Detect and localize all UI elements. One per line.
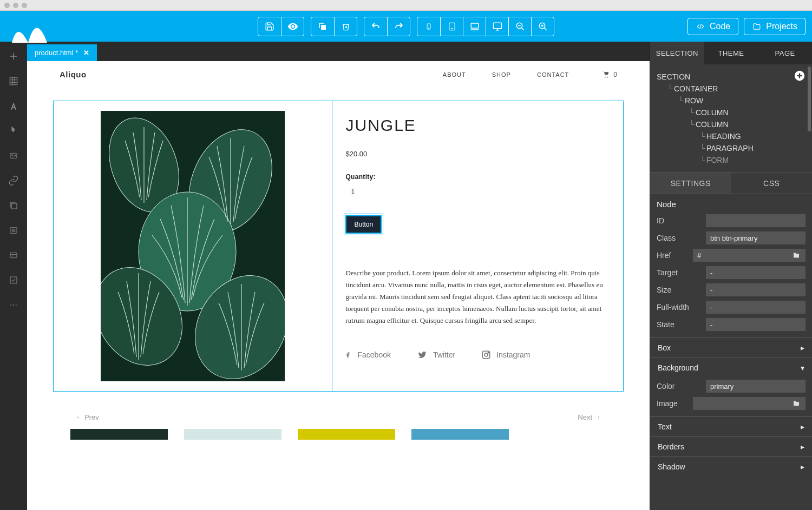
top-toolbar: Code Projects: [0, 11, 812, 42]
fullwidth-input[interactable]: [706, 301, 806, 314]
product-title[interactable]: JUNGLE: [345, 116, 610, 135]
nav-about[interactable]: ABOUT: [443, 71, 466, 78]
element-tree: SECTION └CONTAINER └ROW └COLUMN └COLUMN …: [650, 64, 812, 173]
share-instagram[interactable]: Instagram: [481, 349, 530, 360]
tree-paragraph[interactable]: └PARAGRAPH: [657, 142, 806, 154]
canvas[interactable]: Aliquo ABOUT SHOP CONTACT 0: [27, 61, 650, 510]
card-icon[interactable]: [8, 249, 19, 261]
redo-button[interactable]: [387, 17, 410, 36]
thumbnail[interactable]: [70, 429, 168, 440]
projects-button[interactable]: Projects: [744, 18, 806, 35]
accordion-shadow[interactable]: Shadow▸: [650, 456, 812, 476]
save-button[interactable]: [258, 17, 281, 36]
class-input[interactable]: [706, 231, 806, 244]
size-input[interactable]: [706, 283, 806, 296]
bg-image-browse-icon[interactable]: [793, 400, 806, 407]
close-dot[interactable]: [4, 3, 10, 8]
bg-color-input[interactable]: [706, 380, 806, 393]
tree-container[interactable]: └CONTAINER: [657, 83, 806, 95]
target-input[interactable]: [706, 266, 806, 279]
nav-contact[interactable]: CONTACT: [537, 71, 569, 78]
accordion-borders[interactable]: Borders▸: [650, 436, 812, 456]
tab-close-icon[interactable]: ✕: [83, 49, 89, 57]
tab-selection[interactable]: SELECTION: [650, 42, 704, 64]
tree-column[interactable]: └COLUMN: [657, 107, 806, 118]
thumbnail[interactable]: [411, 429, 509, 440]
duplicate-button[interactable]: [311, 17, 334, 36]
svg-point-36: [10, 304, 11, 306]
href-browse-icon[interactable]: [793, 252, 806, 259]
svg-point-40: [607, 76, 608, 77]
nav-shop[interactable]: SHOP: [492, 71, 511, 78]
cart[interactable]: 0: [601, 71, 617, 78]
tree-form[interactable]: └FORM: [657, 154, 806, 166]
tab-css[interactable]: CSS: [731, 173, 813, 194]
href-input[interactable]: [693, 249, 793, 262]
tab-page[interactable]: PAGE: [758, 42, 812, 64]
checkbox-icon[interactable]: [8, 274, 19, 286]
more-icon[interactable]: [8, 299, 19, 311]
fullwidth-label: Full-width: [657, 303, 706, 312]
tree-column[interactable]: └COLUMN: [657, 118, 806, 130]
facebook-icon: [345, 349, 352, 360]
svg-line-11: [521, 28, 524, 30]
preview-button[interactable]: [281, 17, 304, 36]
prev-button[interactable]: Prev: [76, 413, 99, 421]
site-brand[interactable]: Aliquo: [60, 70, 87, 79]
id-input[interactable]: [706, 214, 806, 227]
thumbnail[interactable]: [298, 429, 395, 440]
undo-button[interactable]: [364, 17, 387, 36]
viewport-laptop-button[interactable]: [463, 17, 486, 36]
svg-point-4: [451, 28, 452, 29]
tab-settings[interactable]: SETTINGS: [650, 173, 731, 194]
file-tab[interactable]: product.html * ✕: [27, 44, 97, 61]
quantity-value[interactable]: 1: [345, 188, 610, 196]
add-node-button[interactable]: [794, 70, 806, 82]
list-icon[interactable]: [8, 224, 19, 236]
app-logo: [6, 11, 61, 42]
text-icon[interactable]: [8, 100, 19, 112]
selected-section[interactable]: JUNGLE $20.00 Quantity: 1 Button Describ…: [53, 101, 624, 392]
link-icon[interactable]: [8, 175, 19, 187]
tree-row[interactable]: └ROW: [657, 95, 806, 107]
product-description[interactable]: Describe your product. Lorem ipsum dolor…: [345, 267, 610, 327]
accordion-background[interactable]: Background▾: [650, 357, 812, 377]
code-button[interactable]: Code: [687, 18, 738, 35]
minimize-dot[interactable]: [13, 3, 18, 8]
next-button[interactable]: Next: [578, 413, 601, 421]
product-image[interactable]: [101, 111, 285, 381]
zoom-in-button[interactable]: [531, 17, 554, 36]
layers-icon[interactable]: [8, 200, 19, 211]
accordion-box[interactable]: Box▸: [650, 337, 812, 357]
viewport-desktop-button[interactable]: [486, 17, 508, 36]
code-icon: [696, 23, 705, 30]
zoom-out-button[interactable]: [508, 17, 531, 36]
product-image-column[interactable]: [54, 101, 332, 391]
grid-icon[interactable]: [8, 75, 19, 87]
add-icon[interactable]: [8, 50, 19, 62]
tab-theme[interactable]: THEME: [704, 42, 758, 64]
twitter-icon: [417, 350, 428, 359]
product-thumbnails: [27, 427, 650, 440]
image-icon[interactable]: [8, 150, 19, 162]
viewport-mobile-button[interactable]: [417, 17, 440, 36]
thumbnail[interactable]: [184, 429, 281, 440]
product-price[interactable]: $20.00: [345, 150, 610, 158]
bg-image-label: Image: [657, 399, 693, 408]
maximize-dot[interactable]: [22, 3, 27, 8]
viewport-tablet-button[interactable]: [440, 17, 463, 36]
share-twitter[interactable]: Twitter: [417, 349, 455, 360]
tree-section[interactable]: SECTION: [657, 71, 806, 83]
pointer-icon[interactable]: [8, 125, 19, 137]
state-input[interactable]: [706, 318, 806, 331]
tree-heading[interactable]: └HEADING: [657, 130, 806, 142]
bg-image-input[interactable]: [693, 397, 793, 410]
pager: Prev Next: [27, 405, 650, 427]
add-to-cart-button[interactable]: Button: [345, 215, 382, 234]
tree-scrollbar[interactable]: [808, 67, 811, 131]
share-facebook[interactable]: Facebook: [345, 349, 390, 360]
size-label: Size: [657, 286, 706, 294]
delete-button[interactable]: [334, 17, 357, 36]
accordion-text[interactable]: Text▸: [650, 416, 812, 436]
product-details-column[interactable]: JUNGLE $20.00 Quantity: 1 Button Describ…: [332, 101, 623, 391]
